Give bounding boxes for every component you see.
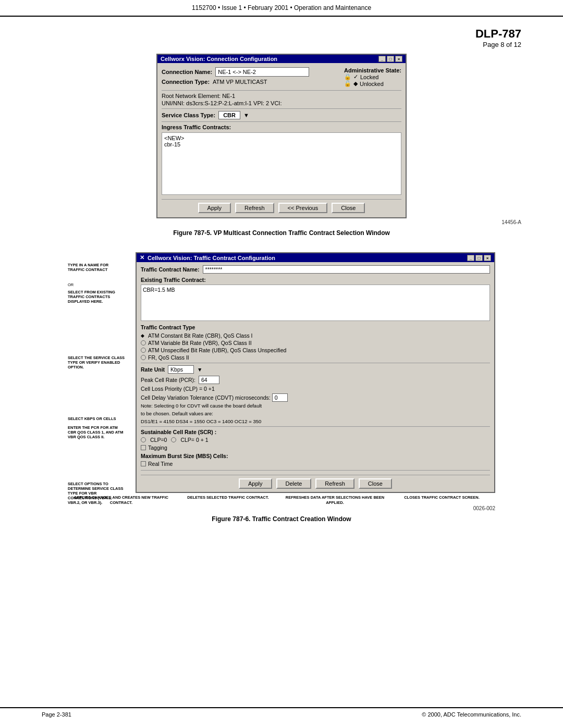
- minimize-btn[interactable]: _: [378, 56, 386, 62]
- clp-label: Cell Loss Priority (CLP) = 0 +1: [141, 386, 215, 392]
- contract-item-new[interactable]: <NEW>: [164, 135, 399, 141]
- figure2-caption: Figure 787-6. Traffic Contract Creation …: [42, 515, 521, 523]
- previous-button[interactable]: << Previous: [278, 203, 328, 213]
- checkmark-icon: ✓: [353, 73, 358, 80]
- main-content: Cellworx Vision: Connection Configuratio…: [0, 54, 563, 559]
- tc-type-section: Traffic Contract Type ◆ ATM Constant Bit…: [141, 324, 490, 361]
- admin-state-title: Administrative State:: [344, 67, 401, 73]
- ann-select-kbps: SELECT KBPS OR CELLS: [68, 416, 125, 421]
- t-minimize-btn[interactable]: _: [467, 255, 474, 261]
- ingress-label: Ingress Traffic Contracts:: [162, 124, 401, 130]
- radio-fr-dot[interactable]: [141, 355, 146, 360]
- tc-delete-button[interactable]: Delete: [276, 478, 312, 489]
- realtime-row: Real Time: [141, 461, 490, 467]
- traffic-window-title: Cellworx Vision: Traffic Contract Config…: [148, 255, 275, 261]
- clp-options-row: CLP=0 CLP= 0 + 1: [141, 437, 490, 443]
- cbr-value: CBR: [218, 111, 240, 119]
- t-maximize-btn[interactable]: □: [475, 255, 483, 261]
- figure2-button-row: Apply Delete Refresh Close: [141, 475, 490, 489]
- uni-nni-info: UNI/NNI: ds3crs:S-12:P-2:L-atm:I-1 VPI: …: [162, 100, 401, 106]
- ann-type-name: TYPE IN A NAME FOR TRAFFIC CONTRACT: [68, 263, 125, 272]
- traffic-window-titlebar: ✕ Cellworx Vision: Traffic Contract Conf…: [137, 253, 494, 262]
- cdvt-label: Cell Delay Variation Tolerance (CDVT) mi…: [141, 394, 271, 401]
- locked-row: 🔒 ✓ Locked: [344, 73, 401, 80]
- conn-window-body: Connection Name: Connection Type: ATM VP…: [157, 63, 406, 217]
- tc-apply-button[interactable]: Apply: [239, 478, 272, 489]
- radio-vbr-dot[interactable]: [141, 340, 146, 346]
- dlp-title: DLP-787: [42, 27, 521, 41]
- apply-button[interactable]: Apply: [198, 203, 231, 213]
- contracts-list[interactable]: <NEW> cbr-15: [162, 132, 401, 195]
- realtime-label: Real Time: [148, 461, 173, 467]
- ann-select-options: SELECT OPTIONS TO DETERMINE SERVICE CLAS…: [68, 482, 125, 505]
- radio-cbr: ◆ ATM Constant Bit Rate (CBR), QoS Class…: [141, 332, 490, 339]
- close-btn[interactable]: ×: [395, 56, 402, 62]
- pcr-input[interactable]: [199, 376, 219, 384]
- tc-divider3: [141, 470, 490, 471]
- scr-section: Sustainable Cell Rate (SCR) : CLP=0 CLP=…: [141, 429, 490, 451]
- service-class-row: Service Class Type: CBR ▼: [162, 111, 401, 119]
- traffic-window-controls: _ □ ×: [467, 255, 491, 261]
- figure1-caption: Figure 787-5. VP Multicast Connection Tr…: [42, 229, 521, 237]
- dropdown-arrow[interactable]: ▼: [243, 112, 249, 118]
- tc-refresh-button[interactable]: Refresh: [315, 478, 354, 489]
- tc-close-button[interactable]: Close: [359, 478, 392, 489]
- figure1-button-row: Apply Refresh << Previous Close: [162, 199, 401, 213]
- cdvt-row: Cell Delay Variation Tolerance (CDVT) mi…: [141, 393, 490, 402]
- tagging-checkbox[interactable]: [141, 445, 146, 450]
- rate-dropdown-arrow[interactable]: ▼: [197, 366, 202, 373]
- mbs-label: Maximum Burst Size (MBS) Cells:: [141, 453, 490, 459]
- diamond-cbr: ◆: [141, 333, 146, 338]
- contract-item-cbr15[interactable]: cbr-15: [164, 141, 399, 147]
- note-line1: Note: Selecting 0 for CDVT will cause th…: [141, 403, 490, 409]
- clp0-label: CLP=0: [150, 437, 167, 443]
- clp0plus1-radio[interactable]: [171, 437, 176, 442]
- clp0-radio[interactable]: [141, 437, 146, 442]
- divider1: [162, 90, 401, 91]
- conn-header-row: Connection Name: Connection Type: ATM VP…: [162, 67, 401, 87]
- unlocked-label: Unlocked: [360, 81, 384, 87]
- pcr-row: Peak Cell Rate (PCR):: [141, 376, 490, 384]
- left-annotations: TYPE IN A NAME FOR TRAFFIC CONTRACT OR S…: [68, 252, 136, 493]
- refresh-button[interactable]: Refresh: [235, 203, 274, 213]
- root-ne-info: Root Network Element: NE-1: [162, 93, 401, 99]
- existing-cbr15mb[interactable]: CBR=1.5 MB: [143, 287, 488, 293]
- service-class-label: Service Class Type:: [162, 112, 215, 118]
- cdvt-input[interactable]: [272, 393, 288, 402]
- radio-vbr-label: ATM Variable Bit Rate (VBR), QoS Class I…: [148, 340, 252, 346]
- radio-vbr: ATM Variable Bit Rate (VBR), QoS Class I…: [141, 340, 490, 346]
- conn-left: Connection Name: Connection Type: ATM VP…: [162, 67, 344, 87]
- connection-type-label: Connection Type:: [162, 79, 210, 85]
- unlock-icon: 🔓: [344, 80, 351, 87]
- figure2-note: 0026-002: [68, 505, 495, 511]
- ann-select-existing: SELECT FROM EXISTING TRAFFIC CONTRACTS D…: [68, 290, 125, 304]
- radio-fr: FR, QoS Class II: [141, 354, 490, 361]
- connection-name-label: Connection Name:: [162, 69, 212, 75]
- ann-refreshes: REFRESHES DATA AFTER SELECTIONS HAVE BEE…: [282, 495, 388, 505]
- ann-deletes: DELETES SELECTED TRAFFIC CONTRACT.: [175, 495, 282, 505]
- ann-or: OR: [68, 282, 125, 287]
- tc-name-input[interactable]: [203, 265, 490, 274]
- realtime-checkbox[interactable]: [141, 461, 146, 466]
- unlocked-row: 🔓 ◆ Unlocked: [344, 80, 401, 87]
- connection-type-value: ATM VP MULTICAST: [213, 79, 267, 85]
- maximize-btn[interactable]: □: [387, 56, 394, 62]
- rate-unit-input[interactable]: [168, 365, 194, 374]
- connection-name-row: Connection Name:: [162, 67, 344, 77]
- radio-ubr-dot[interactable]: [141, 348, 146, 353]
- divider3: [162, 121, 401, 122]
- x-icon: ✕: [140, 254, 144, 261]
- figure1-note: 14456-A: [42, 219, 521, 225]
- ann-enter-pcr: ENTER THE PCR FOR ATM CBR QOS CLASS 1, A…: [68, 425, 125, 439]
- existing-tc-list[interactable]: CBR=1.5 MB: [141, 285, 490, 321]
- connection-name-input[interactable]: [215, 67, 309, 77]
- t-close-btn[interactable]: ×: [484, 255, 491, 261]
- close-button[interactable]: Close: [332, 203, 365, 213]
- connection-config-window: Cellworx Vision: Connection Configuratio…: [156, 54, 407, 218]
- tc-name-label: Traffic Contract Name:: [141, 266, 200, 273]
- admin-state-section: Administrative State: 🔒 ✓ Locked 🔓 ◆ Unl…: [344, 67, 401, 87]
- diamond-icon: ◆: [353, 80, 358, 87]
- page-header: 1152700 • Issue 1 • February 2001 • Oper…: [0, 0, 563, 17]
- existing-tc-label: Existing Traffic Contract:: [141, 277, 490, 283]
- ann-service-class: SELECT THE SERVICE CLASS TYPE OR VERIFY …: [68, 355, 125, 369]
